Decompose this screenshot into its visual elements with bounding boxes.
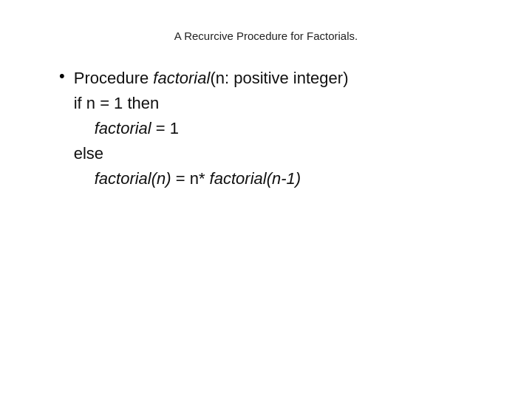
line5-suffix: = n* (171, 169, 210, 188)
content-area: • Procedure factorial(n: positive intege… (44, 66, 488, 196)
line-4: else (74, 141, 349, 166)
line3-italic: factorial (95, 119, 151, 137)
slide-title: A Recurcive Procedure for Factorials. (174, 30, 358, 42)
bullet-symbol: • (59, 66, 65, 87)
slide: A Recurcive Procedure for Factorials. • … (0, 0, 532, 399)
line-3: factorial = 1 (74, 116, 349, 141)
line-5: factorial(n) = n* factorial(n-1) (74, 166, 349, 191)
line3-suffix: = 1 (151, 119, 179, 137)
line-2: if n = 1 then (74, 91, 349, 116)
line4-text: else (74, 144, 103, 163)
line1-italic: factorial (153, 69, 210, 87)
line5-italic2: factorial(n-1) (210, 169, 301, 188)
bullet-item: • Procedure factorial(n: positive intege… (59, 66, 488, 191)
line5-italic1: factorial(n) (95, 169, 171, 188)
line1-suffix: (n: positive integer) (210, 69, 348, 87)
line-1: Procedure factorial(n: positive integer) (74, 66, 349, 91)
procedure-block: Procedure factorial(n: positive integer)… (74, 66, 349, 191)
line2-text: if n = 1 then (74, 94, 160, 112)
line1-prefix: Procedure (74, 69, 154, 87)
